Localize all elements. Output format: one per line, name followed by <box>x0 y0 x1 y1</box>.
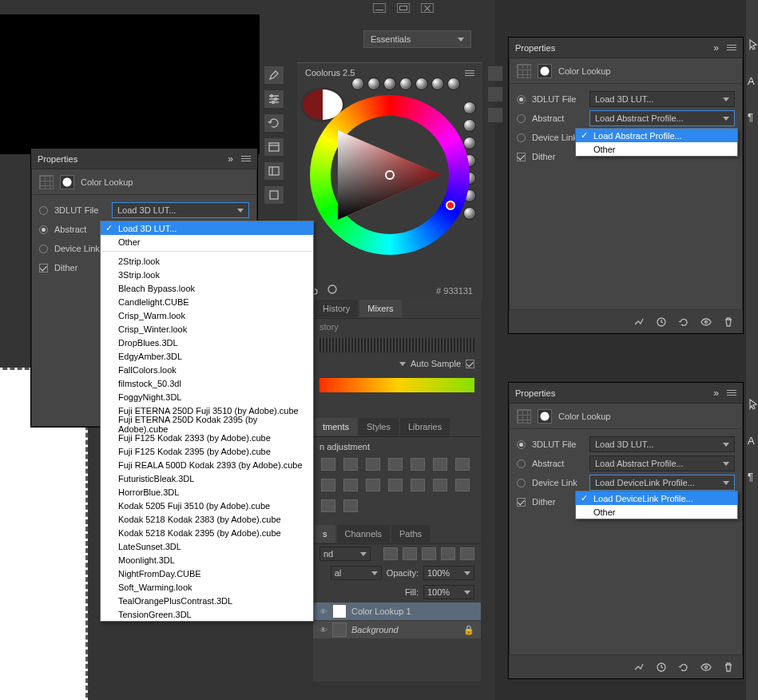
tab-mixers[interactable]: Mixers <box>359 300 401 317</box>
adj-icon[interactable] <box>455 479 470 491</box>
previous-icon[interactable] <box>655 661 668 674</box>
adj-icon[interactable] <box>343 499 358 512</box>
layer-row[interactable]: Background 🔒 <box>313 621 481 638</box>
panel-menu-icon[interactable] <box>465 70 474 76</box>
adj-icon[interactable] <box>433 458 447 471</box>
mask-icon[interactable] <box>538 64 552 78</box>
preset-swatch[interactable] <box>463 101 476 114</box>
preset-swatch[interactable] <box>399 78 412 90</box>
tab-adjustments[interactable]: tments <box>315 418 357 436</box>
cursor-icon[interactable] <box>748 398 758 411</box>
filter-icon[interactable] <box>441 547 455 560</box>
panel-menu-icon[interactable] <box>727 390 736 396</box>
dd-item[interactable]: FuturisticBleak.3DL <box>101 471 313 485</box>
adj-icon[interactable] <box>366 458 380 471</box>
preset-swatch[interactable] <box>463 207 476 220</box>
mask-icon[interactable] <box>60 175 74 189</box>
radio-abstract[interactable] <box>517 459 526 468</box>
dd-item[interactable]: TensionGreen.3DL <box>101 607 313 621</box>
dd-item[interactable]: Kodak 5218 Kodak 2395 (by Adobe).cube <box>101 526 313 539</box>
panel-menu-icon[interactable] <box>241 156 251 161</box>
tab-libraries[interactable]: Libraries <box>400 418 450 436</box>
lut-dropdown[interactable]: Load 3D LUT... Other 2Strip.look3Strip.l… <box>100 221 314 622</box>
preset-swatch[interactable] <box>367 78 380 90</box>
check-dither[interactable] <box>517 498 526 507</box>
device-dropdown[interactable]: Load DeviceLink Profile... Other <box>575 491 738 519</box>
dd-item[interactable]: DropBlues.3DL <box>101 336 313 349</box>
radio-device[interactable] <box>517 133 526 142</box>
dd-item[interactable]: Fuji F125 Kodak 2395 (by Adobe).cube <box>101 444 313 458</box>
opacity-input[interactable]: 100% <box>423 566 474 580</box>
fill-input[interactable]: 100% <box>423 585 474 599</box>
clip-icon[interactable] <box>633 316 645 328</box>
pilcrow-icon[interactable]: ¶ <box>748 111 758 123</box>
dd-item[interactable]: LateSunset.3DL <box>101 539 313 553</box>
collapse-icon[interactable] <box>228 153 233 165</box>
adj-icon[interactable] <box>343 458 358 471</box>
adj-icon[interactable] <box>343 479 358 491</box>
dd-item[interactable]: FoggyNight.3DL <box>101 390 313 404</box>
grid-icon[interactable] <box>517 409 531 424</box>
dd-item[interactable]: Crisp_Winter.look <box>101 322 313 336</box>
window-close[interactable] <box>421 3 434 13</box>
collapse-icon[interactable] <box>713 42 719 54</box>
reset-icon[interactable] <box>677 316 690 328</box>
panel-icon[interactable] <box>487 66 503 82</box>
filter-icon[interactable] <box>403 547 417 560</box>
abstract-dropdown[interactable]: Load Abstract Profile... Other <box>575 128 738 157</box>
radio-3dlut[interactable] <box>517 440 526 449</box>
select-3dlut[interactable]: Load 3D LUT... <box>589 436 735 452</box>
clip-icon[interactable] <box>633 661 645 674</box>
dd-item[interactable]: Bleach Bypass.look <box>101 281 313 295</box>
radio-abstract[interactable] <box>39 225 48 234</box>
window-minimize[interactable] <box>373 3 386 13</box>
dd-item[interactable]: Fuji REALA 500D Kodak 2393 (by Adobe).cu… <box>101 458 313 471</box>
adj-icon[interactable] <box>433 479 447 491</box>
dd-item[interactable]: Load DeviceLink Profile... <box>576 491 737 505</box>
panel-icon[interactable] <box>264 137 284 157</box>
preset-swatch[interactable] <box>463 137 476 149</box>
dd-item[interactable]: Load 3D LUT... <box>101 221 313 235</box>
dd-item[interactable]: Other <box>576 142 737 156</box>
adj-icon[interactable] <box>321 479 335 491</box>
eye-icon[interactable] <box>319 607 327 616</box>
panel-icon[interactable] <box>264 161 284 181</box>
auto-sample-check[interactable] <box>466 360 474 368</box>
window-maximize[interactable] <box>397 3 410 13</box>
panel-icon[interactable] <box>487 107 503 123</box>
record-icon[interactable] <box>326 283 339 296</box>
eye-icon[interactable] <box>700 661 712 674</box>
preset-swatch[interactable] <box>415 78 428 90</box>
brush-icon[interactable] <box>264 66 284 85</box>
dd-item[interactable]: Other <box>101 235 313 249</box>
history-icon[interactable] <box>264 113 284 133</box>
adj-icon[interactable] <box>388 458 403 471</box>
radio-3dlut[interactable] <box>517 95 526 104</box>
adj-icon[interactable] <box>321 458 335 471</box>
dd-item[interactable]: Load Abstract Profile... <box>576 129 737 142</box>
dd-item[interactable]: Kodak 5205 Fuji 3510 (by Adobe).cube <box>101 499 313 512</box>
hue-cursor[interactable] <box>446 201 455 210</box>
select-device[interactable]: Load DeviceLink Profile... <box>589 475 735 491</box>
sv-cursor[interactable] <box>385 170 395 180</box>
dd-item[interactable]: FallColors.look <box>101 363 313 376</box>
adj-icon[interactable] <box>455 458 470 471</box>
adj-icon[interactable] <box>411 479 425 491</box>
select-abstract[interactable]: Load Abstract Profile... <box>589 455 735 471</box>
previous-icon[interactable] <box>655 316 668 328</box>
reset-icon[interactable] <box>677 661 690 674</box>
adj-icon[interactable] <box>366 479 380 491</box>
radio-3dlut[interactable] <box>39 206 48 215</box>
grid-icon[interactable] <box>39 175 54 189</box>
preset-swatch[interactable] <box>351 78 364 90</box>
letter-icon[interactable]: A <box>748 435 758 447</box>
dd-item[interactable]: Crisp_Warm.look <box>101 308 313 322</box>
panel-icon[interactable] <box>487 86 503 102</box>
sliders-icon[interactable] <box>264 89 284 109</box>
radio-abstract[interactable] <box>517 114 526 123</box>
hue-wheel[interactable] <box>310 95 470 255</box>
dd-item[interactable]: 3Strip.look <box>101 268 313 281</box>
dd-item[interactable]: Fuji F125 Kodak 2393 (by Adobe).cube <box>101 431 313 444</box>
eye-icon[interactable] <box>319 625 327 634</box>
dd-item[interactable]: Fuji ETERNA 250D Kodak 2395 (by Adobe).c… <box>101 417 313 431</box>
